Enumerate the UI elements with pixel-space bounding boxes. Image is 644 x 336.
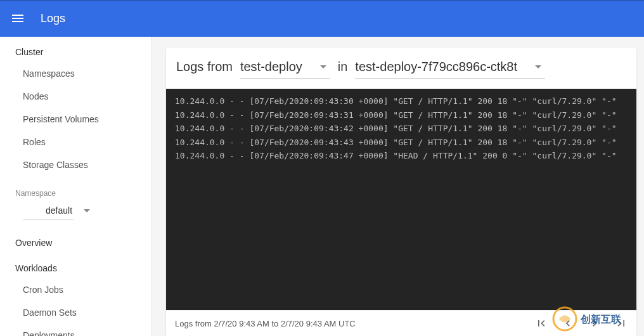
log-output[interactable]: 10.244.0.0 - - [07/Feb/2020:09:43:30 +00… (166, 89, 636, 310)
log-line: 10.244.0.0 - - [07/Feb/2020:09:43:42 +00… (175, 122, 628, 135)
sidebar-item-daemon-sets[interactable]: Daemon Sets (0, 301, 151, 324)
namespace-select-wrap: default (0, 200, 151, 228)
namespace-select[interactable]: default (23, 202, 74, 220)
log-line: 10.244.0.0 - - [07/Feb/2020:09:43:47 +00… (175, 150, 628, 162)
log-line: 10.244.0.0 - - [07/Feb/2020:09:43:30 +00… (175, 95, 628, 108)
chevron-down-icon (535, 65, 541, 68)
last-page-icon[interactable] (615, 317, 628, 330)
page-title: Logs (41, 12, 65, 25)
prev-page-icon[interactable] (562, 317, 574, 330)
logs-from-label: Logs from (176, 60, 233, 74)
header-top-line (0, 0, 644, 1)
chevron-down-icon (320, 65, 326, 68)
hamburger-menu-icon[interactable] (10, 11, 25, 26)
sidebar-item-cron-jobs[interactable]: Cron Jobs (0, 278, 151, 301)
log-pod-value: test-deploy-7f79cc896c-ctk8t (355, 60, 517, 74)
sidebar-item-storage-classes[interactable]: Storage Classes (0, 153, 151, 176)
log-source-select[interactable]: test-deploy (240, 60, 330, 79)
log-pod-select[interactable]: test-deploy-7f79cc896c-ctk8t (355, 60, 545, 79)
next-page-icon[interactable] (588, 317, 601, 330)
logs-time-range: Logs from 2/7/20 9:43 AM to 2/7/20 9:43 … (175, 319, 356, 328)
sidebar: Cluster Namespaces Nodes Persistent Volu… (0, 37, 152, 336)
sidebar-item-roles[interactable]: Roles (0, 131, 151, 153)
sidebar-item-namespaces[interactable]: Namespaces (0, 62, 151, 85)
chevron-down-icon (84, 209, 90, 212)
first-page-icon[interactable] (535, 317, 548, 330)
sidebar-item-persistent-volumes[interactable]: Persistent Volumes (0, 108, 151, 131)
sidebar-section-cluster[interactable]: Cluster (0, 37, 151, 62)
app-header: Logs (0, 0, 644, 37)
log-source-value: test-deploy (240, 60, 302, 74)
pagination-controls (535, 317, 628, 330)
sidebar-item-deployments[interactable]: Deployments (0, 324, 151, 336)
main-content: Logs from test-deploy in test-deploy-7f7… (152, 37, 644, 336)
main-layout: Cluster Namespaces Nodes Persistent Volu… (0, 37, 644, 336)
log-line: 10.244.0.0 - - [07/Feb/2020:09:43:43 +00… (175, 136, 628, 149)
namespace-field-label: Namespace (0, 176, 151, 200)
sidebar-section-overview[interactable]: Overview (0, 228, 151, 253)
logs-in-label: in (338, 60, 348, 74)
sidebar-item-nodes[interactable]: Nodes (0, 85, 151, 108)
logs-header: Logs from test-deploy in test-deploy-7f7… (166, 48, 636, 89)
logs-panel: Logs from test-deploy in test-deploy-7f7… (166, 48, 636, 336)
log-line: 10.244.0.0 - - [07/Feb/2020:09:43:31 +00… (175, 109, 628, 122)
namespace-value: default (46, 205, 72, 216)
sidebar-section-workloads[interactable]: Workloads (0, 253, 151, 278)
logs-footer: Logs from 2/7/20 9:43 AM to 2/7/20 9:43 … (166, 310, 636, 336)
